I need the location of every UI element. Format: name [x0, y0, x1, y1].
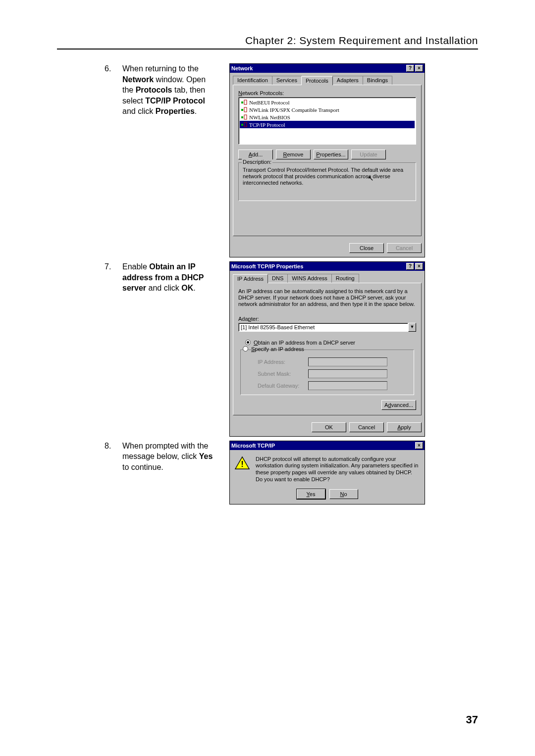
chapter-header: Chapter 2: System Requirement and Instal… [57, 35, 478, 50]
properties-button[interactable]: Properties... [314, 150, 348, 159]
tcpip-properties-dialog: Microsoft TCP/IP Properties ? × IP Addre… [229, 261, 425, 437]
no-button[interactable]: No [329, 489, 358, 499]
ip-address-row: IP Address: [245, 356, 410, 368]
titlebar[interactable]: Network ? × [230, 64, 425, 73]
advanced-button[interactable]: Advanced... [381, 400, 416, 410]
tabs: IP Address DNS WINS Address Routing [233, 274, 422, 283]
tabs: Identification Services Protocols Adapte… [233, 76, 422, 85]
tab-wins[interactable]: WINS Address [287, 274, 332, 283]
list-item[interactable]: TCP/IP Protocol [240, 121, 415, 128]
apply-button[interactable]: Apply [387, 422, 422, 432]
protocol-list[interactable]: NetBEUI Protocol NWLink IPX/SPX Compatib… [238, 97, 416, 145]
protocol-icon [241, 114, 247, 120]
step-8-row: 8. When prompted with the message below,… [57, 441, 478, 504]
dialog-bottom-buttons: Close Cancel [230, 239, 425, 257]
adapter-label: Adapter: [238, 316, 416, 322]
step-text: When prompted with the message below, cl… [122, 441, 220, 504]
close-button[interactable]: Close [349, 243, 384, 253]
close-icon[interactable]: × [415, 65, 423, 72]
list-label: Network Protocols: [238, 90, 416, 96]
specify-ip-radio[interactable]: Specify an IP address [243, 345, 410, 353]
step-text: When returning to the Network window. Op… [122, 63, 220, 257]
protocol-icon [241, 99, 247, 105]
tab-identification[interactable]: Identification [233, 76, 272, 85]
subnet-label: Subnet Mask: [258, 371, 305, 377]
svg-rect-3 [244, 107, 247, 112]
ok-button[interactable]: OK [312, 422, 346, 432]
advanced-row: Advanced... [238, 400, 416, 410]
protocols-panel: Network Protocols: NetBEUI Protocol NWLi… [233, 85, 422, 236]
tab-dns[interactable]: DNS [268, 274, 288, 283]
list-item[interactable]: NWLink NetBIOS [240, 113, 415, 121]
page-number: 37 [466, 713, 478, 726]
protocol-icon [241, 106, 247, 113]
warning-icon: ! [235, 456, 250, 470]
svg-rect-0 [241, 101, 243, 103]
subnet-row: Subnet Mask: [245, 368, 410, 380]
tab-services[interactable]: Services [272, 76, 302, 85]
gateway-input [308, 381, 387, 390]
tab-bindings[interactable]: Bindings [363, 76, 392, 85]
step-text: Enable Obtain an IP address from a DHCP … [122, 261, 220, 437]
svg-rect-2 [241, 109, 243, 111]
description-text: Transport Control Protocol/Internet Prot… [243, 167, 412, 187]
specify-ip-group: Specify an IP address IP Address: Subnet… [240, 350, 414, 395]
help-icon[interactable]: ? [406, 65, 414, 72]
svg-text:!: ! [241, 459, 244, 468]
description-box: Description: Transport Control Protocol/… [238, 162, 416, 201]
yes-button[interactable]: Yes [297, 489, 325, 499]
tcpip-confirm-dialog: Microsoft TCP/IP × ! DHCP protocol will … [229, 441, 425, 504]
step-7-row: 7. Enable Obtain an IP address from a DH… [57, 261, 478, 437]
radio-icon [245, 340, 251, 345]
adapter-value: [1] Intel 82595-Based Ethernet [238, 323, 408, 332]
intro-text: An IP address can be automatically assig… [238, 288, 416, 308]
svg-rect-4 [241, 116, 243, 118]
close-icon[interactable]: × [415, 263, 423, 270]
list-item[interactable]: NetBEUI Protocol [240, 99, 415, 106]
step-7-instruction: 7. Enable Obtain an IP address from a DH… [57, 261, 220, 437]
svg-rect-7 [244, 122, 247, 127]
dialog-bottom-buttons: OK Cancel Apply [230, 418, 425, 436]
radio-icon [243, 346, 248, 352]
cancel-button[interactable]: Cancel [349, 422, 384, 432]
protocol-buttons: Add... Remove Properties... Update [238, 150, 416, 159]
gateway-row: Default Gateway: [245, 380, 410, 392]
protocol-icon [241, 121, 247, 128]
ip-address-label: IP Address: [258, 359, 305, 365]
dialog-title: Microsoft TCP/IP Properties [231, 263, 303, 269]
remove-button[interactable]: Remove [276, 150, 311, 159]
svg-rect-1 [244, 100, 247, 104]
network-dialog: Network ? × Identification Services Prot… [229, 63, 425, 257]
message-text: DHCP protocol will attempt to automatica… [256, 456, 420, 483]
titlebar[interactable]: Microsoft TCP/IP Properties ? × [230, 262, 425, 271]
list-item[interactable]: NWLink IPX/SPX Compatible Transport [240, 106, 415, 113]
add-button[interactable]: Add... [238, 150, 273, 159]
titlebar[interactable]: Microsoft TCP/IP × [230, 441, 425, 450]
adapter-dropdown[interactable]: [1] Intel 82595-Based Ethernet ▼ [238, 323, 416, 332]
update-button: Update [351, 150, 386, 159]
cancel-button: Cancel [387, 243, 422, 253]
step-number: 6. [105, 63, 122, 257]
chevron-down-icon[interactable]: ▼ [408, 323, 416, 332]
help-icon[interactable]: ? [406, 263, 414, 270]
step-number: 7. [105, 261, 122, 437]
tab-routing[interactable]: Routing [331, 274, 359, 283]
msgbox-buttons: Yes No [230, 487, 425, 504]
message-body: ! DHCP protocol will attempt to automati… [230, 450, 425, 487]
close-icon[interactable]: × [415, 442, 423, 449]
dialog-title: Microsoft TCP/IP [231, 443, 275, 449]
ip-address-input [308, 357, 387, 366]
tab-ip-address[interactable]: IP Address [233, 274, 268, 283]
gateway-label: Default Gateway: [258, 383, 305, 389]
step-6-instruction: 6. When returning to the Network window.… [57, 63, 220, 257]
svg-rect-6 [241, 124, 243, 126]
step-6-row: 6. When returning to the Network window.… [57, 63, 478, 257]
svg-rect-5 [244, 115, 247, 119]
step-8-instruction: 8. When prompted with the message below,… [57, 441, 220, 504]
tab-protocols[interactable]: Protocols [301, 76, 333, 85]
step-number: 8. [105, 441, 122, 504]
ip-address-panel: An IP address can be automatically assig… [233, 283, 422, 415]
dialog-title: Network [231, 65, 253, 71]
description-label: Description: [242, 159, 272, 165]
tab-adapters[interactable]: Adapters [332, 76, 363, 85]
